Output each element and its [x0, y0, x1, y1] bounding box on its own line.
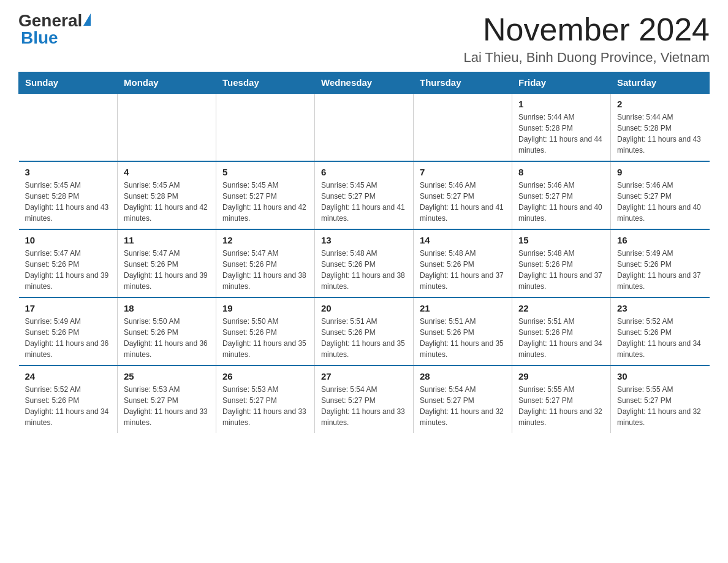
day-number: 29	[518, 371, 604, 381]
table-row: 9Sunrise: 5:46 AMSunset: 5:27 PMDaylight…	[611, 161, 710, 229]
table-row: 2Sunrise: 5:44 AMSunset: 5:28 PMDaylight…	[611, 93, 710, 161]
table-row: 15Sunrise: 5:48 AMSunset: 5:26 PMDayligh…	[512, 229, 611, 297]
day-number: 26	[222, 371, 308, 381]
day-info: Sunrise: 5:53 AMSunset: 5:27 PMDaylight:…	[124, 384, 210, 428]
day-info: Sunrise: 5:48 AMSunset: 5:26 PMDaylight:…	[321, 248, 407, 292]
calendar-week-row: 3Sunrise: 5:45 AMSunset: 5:28 PMDaylight…	[19, 161, 710, 229]
day-number: 8	[518, 167, 604, 177]
table-row: 23Sunrise: 5:52 AMSunset: 5:26 PMDayligh…	[611, 297, 710, 366]
day-number: 14	[420, 235, 506, 245]
calendar-week-row: 17Sunrise: 5:49 AMSunset: 5:26 PMDayligh…	[19, 297, 710, 366]
calendar-week-row: 1Sunrise: 5:44 AMSunset: 5:28 PMDaylight…	[19, 93, 710, 161]
day-number: 24	[25, 371, 112, 381]
table-row	[216, 93, 315, 161]
table-row: 5Sunrise: 5:45 AMSunset: 5:27 PMDaylight…	[216, 161, 315, 229]
col-saturday: Saturday	[611, 72, 710, 94]
calendar-header-row: Sunday Monday Tuesday Wednesday Thursday…	[19, 72, 710, 94]
col-thursday: Thursday	[414, 72, 512, 94]
day-number: 10	[25, 235, 112, 245]
table-row: 6Sunrise: 5:45 AMSunset: 5:27 PMDaylight…	[315, 161, 414, 229]
table-row	[315, 93, 414, 161]
calendar-week-row: 10Sunrise: 5:47 AMSunset: 5:26 PMDayligh…	[19, 229, 710, 297]
table-row: 10Sunrise: 5:47 AMSunset: 5:26 PMDayligh…	[19, 229, 118, 297]
logo-blue-text: Blue	[21, 29, 58, 47]
day-info: Sunrise: 5:45 AMSunset: 5:28 PMDaylight:…	[25, 180, 112, 224]
day-number: 9	[617, 167, 703, 177]
table-row: 3Sunrise: 5:45 AMSunset: 5:28 PMDaylight…	[19, 161, 118, 229]
table-row: 7Sunrise: 5:46 AMSunset: 5:27 PMDaylight…	[414, 161, 512, 229]
day-number: 19	[222, 303, 308, 313]
day-number: 2	[617, 99, 703, 109]
day-info: Sunrise: 5:49 AMSunset: 5:26 PMDaylight:…	[617, 248, 703, 292]
day-info: Sunrise: 5:54 AMSunset: 5:27 PMDaylight:…	[420, 384, 506, 428]
day-number: 21	[420, 303, 506, 313]
day-info: Sunrise: 5:47 AMSunset: 5:26 PMDaylight:…	[25, 248, 112, 292]
day-info: Sunrise: 5:48 AMSunset: 5:26 PMDaylight:…	[420, 248, 506, 292]
day-number: 4	[124, 167, 210, 177]
day-info: Sunrise: 5:45 AMSunset: 5:28 PMDaylight:…	[124, 180, 210, 224]
day-info: Sunrise: 5:51 AMSunset: 5:26 PMDaylight:…	[518, 316, 604, 360]
col-tuesday: Tuesday	[216, 72, 315, 94]
col-friday: Friday	[512, 72, 611, 94]
table-row	[414, 93, 512, 161]
location-subtitle: Lai Thieu, Binh Duong Province, Vietnam	[463, 50, 710, 66]
day-info: Sunrise: 5:46 AMSunset: 5:27 PMDaylight:…	[420, 180, 506, 224]
day-number: 6	[321, 167, 407, 177]
table-row: 11Sunrise: 5:47 AMSunset: 5:26 PMDayligh…	[118, 229, 216, 297]
day-info: Sunrise: 5:51 AMSunset: 5:26 PMDaylight:…	[321, 316, 407, 360]
table-row: 17Sunrise: 5:49 AMSunset: 5:26 PMDayligh…	[19, 297, 118, 366]
day-info: Sunrise: 5:52 AMSunset: 5:26 PMDaylight:…	[617, 316, 703, 360]
logo: General Blue	[18, 12, 91, 47]
table-row: 14Sunrise: 5:48 AMSunset: 5:26 PMDayligh…	[414, 229, 512, 297]
day-info: Sunrise: 5:52 AMSunset: 5:26 PMDaylight:…	[25, 384, 112, 428]
day-number: 11	[124, 235, 210, 245]
table-row: 26Sunrise: 5:53 AMSunset: 5:27 PMDayligh…	[216, 366, 315, 433]
col-wednesday: Wednesday	[315, 72, 414, 94]
day-info: Sunrise: 5:44 AMSunset: 5:28 PMDaylight:…	[617, 112, 703, 156]
day-number: 18	[124, 303, 210, 313]
table-row: 12Sunrise: 5:47 AMSunset: 5:26 PMDayligh…	[216, 229, 315, 297]
page-header: General Blue November 2024 Lai Thieu, Bi…	[18, 12, 710, 66]
day-info: Sunrise: 5:48 AMSunset: 5:26 PMDaylight:…	[518, 248, 604, 292]
table-row: 27Sunrise: 5:54 AMSunset: 5:27 PMDayligh…	[315, 366, 414, 433]
day-number: 23	[617, 303, 703, 313]
day-number: 30	[617, 371, 703, 381]
day-info: Sunrise: 5:55 AMSunset: 5:27 PMDaylight:…	[518, 384, 604, 428]
table-row: 24Sunrise: 5:52 AMSunset: 5:26 PMDayligh…	[19, 366, 118, 433]
table-row: 1Sunrise: 5:44 AMSunset: 5:28 PMDaylight…	[512, 93, 611, 161]
table-row	[118, 93, 216, 161]
title-block: November 2024 Lai Thieu, Binh Duong Prov…	[463, 12, 710, 66]
day-number: 15	[518, 235, 604, 245]
col-sunday: Sunday	[19, 72, 118, 94]
calendar-week-row: 24Sunrise: 5:52 AMSunset: 5:26 PMDayligh…	[19, 366, 710, 433]
table-row: 18Sunrise: 5:50 AMSunset: 5:26 PMDayligh…	[118, 297, 216, 366]
day-number: 5	[222, 167, 308, 177]
day-info: Sunrise: 5:47 AMSunset: 5:26 PMDaylight:…	[222, 248, 308, 292]
day-number: 17	[25, 303, 112, 313]
table-row: 21Sunrise: 5:51 AMSunset: 5:26 PMDayligh…	[414, 297, 512, 366]
day-info: Sunrise: 5:46 AMSunset: 5:27 PMDaylight:…	[518, 180, 604, 224]
day-info: Sunrise: 5:55 AMSunset: 5:27 PMDaylight:…	[617, 384, 703, 428]
day-info: Sunrise: 5:45 AMSunset: 5:27 PMDaylight:…	[321, 180, 407, 224]
day-info: Sunrise: 5:54 AMSunset: 5:27 PMDaylight:…	[321, 384, 407, 428]
day-number: 25	[124, 371, 210, 381]
table-row: 20Sunrise: 5:51 AMSunset: 5:26 PMDayligh…	[315, 297, 414, 366]
day-info: Sunrise: 5:51 AMSunset: 5:26 PMDaylight:…	[420, 316, 506, 360]
day-number: 1	[518, 99, 604, 109]
page-title: November 2024	[463, 12, 710, 47]
day-number: 16	[617, 235, 703, 245]
day-number: 13	[321, 235, 407, 245]
day-info: Sunrise: 5:47 AMSunset: 5:26 PMDaylight:…	[124, 248, 210, 292]
day-number: 12	[222, 235, 308, 245]
day-info: Sunrise: 5:50 AMSunset: 5:26 PMDaylight:…	[124, 316, 210, 360]
day-number: 7	[420, 167, 506, 177]
day-number: 20	[321, 303, 407, 313]
day-info: Sunrise: 5:50 AMSunset: 5:26 PMDaylight:…	[222, 316, 308, 360]
logo-general-text: General	[18, 12, 82, 29]
table-row: 25Sunrise: 5:53 AMSunset: 5:27 PMDayligh…	[118, 366, 216, 433]
table-row: 19Sunrise: 5:50 AMSunset: 5:26 PMDayligh…	[216, 297, 315, 366]
day-info: Sunrise: 5:46 AMSunset: 5:27 PMDaylight:…	[617, 180, 703, 224]
calendar-table: Sunday Monday Tuesday Wednesday Thursday…	[18, 72, 710, 433]
logo-triangle-icon	[83, 13, 91, 26]
table-row: 8Sunrise: 5:46 AMSunset: 5:27 PMDaylight…	[512, 161, 611, 229]
